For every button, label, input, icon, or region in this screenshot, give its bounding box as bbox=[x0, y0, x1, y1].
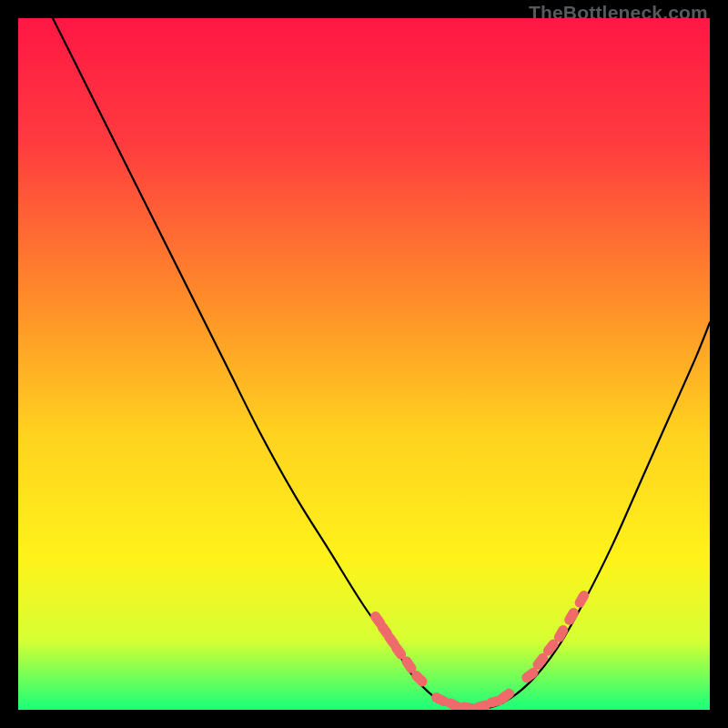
bottleneck-chart bbox=[18, 18, 710, 710]
chart-frame bbox=[18, 18, 710, 710]
